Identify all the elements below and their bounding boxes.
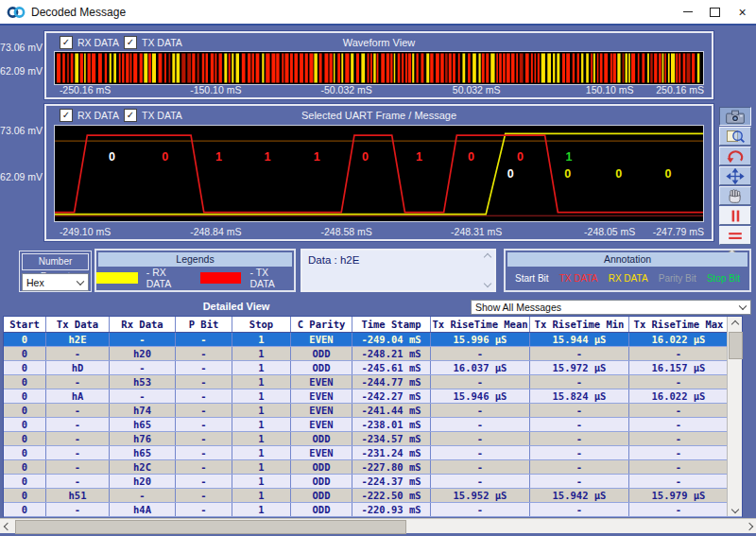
pan-hand-icon bbox=[723, 188, 747, 204]
table-cell: 1 bbox=[232, 389, 291, 403]
column-header[interactable]: Stop bbox=[232, 317, 291, 332]
column-header[interactable]: Tx Data bbox=[46, 317, 110, 332]
table-cell: - bbox=[46, 418, 110, 431]
table-cell: EVEN bbox=[291, 418, 352, 431]
table-row[interactable]: 0h2E--1EVEN-249.04 mS15.996 µS15.944 µS1… bbox=[4, 333, 742, 347]
table-row[interactable]: 0-h4A-1ODD-220.93 mS--- bbox=[4, 503, 742, 517]
table-cell: h65 bbox=[110, 446, 176, 459]
table-cell: 15.972 µS bbox=[530, 361, 629, 374]
table-cell: - bbox=[176, 389, 232, 403]
scroll-down-button[interactable] bbox=[728, 502, 742, 516]
table-cell: - bbox=[46, 375, 110, 389]
scroll-right-button[interactable] bbox=[742, 519, 756, 533]
table-row[interactable]: 0-h76-1ODD-234.57 mS--- bbox=[4, 432, 742, 446]
annotation-label: Start Bit bbox=[515, 273, 549, 284]
waveform-time-axis: -250.16 mS-150.10 mS-50.032 mS50.032 mS1… bbox=[54, 84, 704, 96]
table-cell: - bbox=[629, 347, 729, 360]
camera-icon bbox=[723, 109, 747, 125]
table-row[interactable]: 0-h20-1ODD-248.21 mS--- bbox=[4, 347, 742, 361]
table-cell: - bbox=[46, 475, 110, 488]
horizontal-scrollbar-thumb[interactable] bbox=[15, 520, 406, 534]
table-row[interactable]: 0-h20-1ODD-224.37 mS--- bbox=[4, 475, 742, 489]
tx-data-checkbox-group[interactable]: ✓ TX DATA bbox=[124, 36, 182, 49]
tx-data-checkbox[interactable]: ✓ bbox=[124, 109, 137, 122]
column-header[interactable]: Tx RiseTime Min bbox=[530, 317, 629, 332]
rx-data-checkbox-group[interactable]: ✓ RX DATA bbox=[60, 36, 119, 49]
detailed-view-bar: Detailed View Show All Messages bbox=[0, 299, 756, 316]
scroll-up-button[interactable] bbox=[728, 317, 742, 331]
minimize-button[interactable] bbox=[674, 0, 701, 24]
table-cell: 1 bbox=[232, 432, 291, 445]
annotation-group: Annotation Start BitTX DATARX DATAParity… bbox=[504, 249, 751, 292]
table-row[interactable]: 0hA--1EVEN-242.27 mS15.946 µS15.824 µS16… bbox=[4, 389, 742, 404]
move-button[interactable] bbox=[719, 166, 751, 185]
table-row[interactable]: 0-h65-1EVEN-238.01 mS--- bbox=[4, 418, 742, 432]
time-axis-label: -248.84 mS bbox=[190, 226, 241, 237]
time-axis-label: -248.05 mS bbox=[584, 226, 635, 237]
column-header[interactable]: Tx RiseTime Max bbox=[629, 317, 729, 332]
table-row[interactable]: 0-h2C-1ODD-227.80 mS--- bbox=[4, 460, 742, 475]
close-button[interactable]: × bbox=[729, 0, 756, 24]
table-cell: - bbox=[629, 432, 729, 445]
pause-button[interactable] bbox=[719, 206, 751, 225]
waveform-view-panel: Waveform View ✓ RX DATA ✓ TX DATA -250.1… bbox=[44, 31, 713, 99]
rx-data-checkbox-group[interactable]: ✓ RX DATA bbox=[60, 109, 119, 122]
cursors-icon bbox=[723, 228, 747, 244]
scroll-down-icon[interactable] bbox=[483, 280, 490, 287]
time-axis-label: -50.032 mS bbox=[320, 84, 371, 95]
window-controls: × bbox=[674, 0, 756, 24]
column-header[interactable]: Start bbox=[4, 317, 46, 332]
table-cell: ODD bbox=[291, 432, 352, 445]
scroll-up-icon[interactable] bbox=[483, 253, 490, 261]
undo-button[interactable] bbox=[719, 147, 751, 165]
column-header[interactable]: C Parity bbox=[291, 317, 352, 332]
rx-trace bbox=[55, 133, 703, 214]
table-cell: 0 bbox=[4, 432, 46, 445]
table-row[interactable]: 0-h53-1EVEN-244.77 mS--- bbox=[4, 375, 742, 389]
time-axis-label: -248.58 mS bbox=[320, 226, 371, 237]
pan-hand-button[interactable] bbox=[719, 186, 751, 205]
table-row[interactable]: 0hD--1ODD-245.61 mS16.037 µS15.972 µS16.… bbox=[4, 361, 742, 375]
message-filter-select[interactable]: Show All Messages bbox=[471, 300, 751, 315]
table-row[interactable]: 0-h74-1EVEN-241.44 mS--- bbox=[4, 404, 742, 418]
camera-button[interactable] bbox=[719, 107, 751, 126]
y-axis-label-high: 773.06 mV bbox=[0, 42, 43, 53]
scroll-left-button[interactable] bbox=[0, 519, 14, 533]
number-format-select[interactable]: Hex bbox=[22, 273, 89, 291]
table-cell: - bbox=[176, 404, 232, 417]
data-message-box[interactable]: Data : h2E bbox=[301, 249, 496, 292]
table-row[interactable]: 0h51--1ODD-222.50 mS15.952 µS15.942 µS15… bbox=[4, 489, 742, 503]
tx-data-checkbox-group[interactable]: ✓ TX DATA bbox=[124, 109, 182, 122]
table-row[interactable]: 0-h65-1EVEN-231.24 mS--- bbox=[4, 446, 742, 460]
table-cell: 1 bbox=[232, 446, 291, 459]
column-header[interactable]: Rx Data bbox=[110, 317, 176, 332]
table-cell: - bbox=[176, 489, 232, 502]
zoom-button[interactable] bbox=[719, 127, 751, 146]
waveform-view-header: Waveform View ✓ RX DATA ✓ TX DATA bbox=[46, 34, 712, 50]
table-cell: - bbox=[46, 503, 110, 516]
vertical-scrollbar-thumb[interactable] bbox=[729, 332, 743, 359]
tx-data-checkbox[interactable]: ✓ bbox=[124, 36, 137, 49]
vertical-scrollbar[interactable] bbox=[727, 317, 742, 516]
table-cell: 1 bbox=[232, 503, 291, 516]
column-header[interactable]: Time Stamp bbox=[352, 317, 431, 332]
waveform-overview-plot[interactable] bbox=[54, 51, 704, 85]
table-cell: 0 bbox=[4, 333, 46, 346]
time-axis-label: 250.16 mS bbox=[656, 84, 704, 95]
column-header[interactable]: P Bit bbox=[176, 317, 232, 332]
table-cell: -238.01 mS bbox=[352, 418, 431, 431]
table-cell: - bbox=[176, 333, 232, 346]
rx-data-checkbox[interactable]: ✓ bbox=[60, 109, 73, 122]
message-filter-value: Show All Messages bbox=[475, 302, 561, 313]
chevron-down-icon bbox=[77, 277, 84, 285]
uart-frame-plot[interactable]: 0011101001 0000 bbox=[54, 125, 704, 222]
maximize-button[interactable] bbox=[701, 0, 729, 24]
horizontal-scrollbar[interactable] bbox=[0, 518, 756, 533]
bit-value: 0 bbox=[517, 150, 524, 164]
table-cell: - bbox=[530, 375, 629, 389]
table-cell: - bbox=[176, 446, 232, 459]
uart-frame-traces bbox=[55, 126, 703, 221]
rx-data-checkbox[interactable]: ✓ bbox=[60, 36, 73, 49]
cursors-button[interactable] bbox=[719, 226, 751, 245]
column-header[interactable]: Tx RiseTime Mean bbox=[431, 317, 530, 332]
